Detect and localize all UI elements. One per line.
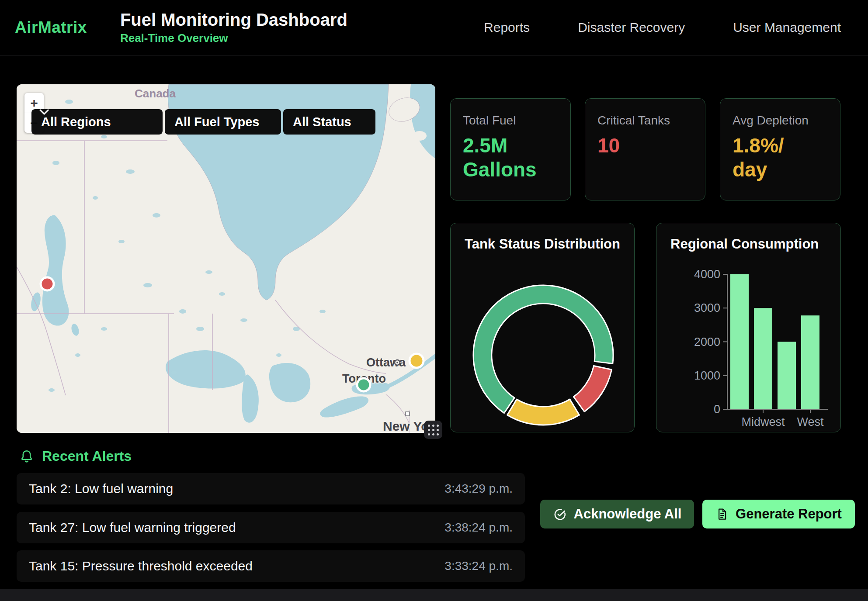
map-marker-normal[interactable] — [357, 378, 370, 391]
map-marker-critical[interactable] — [41, 277, 54, 290]
alert-row: Tank 2: Low fuel warning 3:43:29 p.m. — [17, 473, 525, 504]
alert-message: Tank 15: Pressure threshold exceeded — [29, 559, 253, 573]
fuel-monitoring-dashboard: AirMatrix Fuel Monitoring Dashboard Real… — [0, 0, 868, 601]
stat-value: 10 — [597, 134, 693, 158]
app-logo: AirMatrix — [15, 18, 87, 37]
alert-row: Tank 15: Pressure threshold exceeded 3:3… — [17, 550, 525, 582]
svg-text:Midwest: Midwest — [741, 415, 785, 428]
tank-status-chart-card: Tank Status Distribution — [450, 223, 635, 432]
nav-disaster-recovery[interactable]: Disaster Recovery — [578, 20, 685, 35]
map-panel: Canada Ottawa Toronto New York + − — [17, 84, 435, 433]
map-marker-warning[interactable] — [410, 354, 424, 368]
regions-dropdown-value: All Regions — [41, 115, 111, 129]
nav-reports[interactable]: Reports — [484, 20, 530, 35]
svg-text:0: 0 — [714, 403, 720, 416]
alert-message: Tank 27: Low fuel warning triggered — [29, 520, 236, 535]
page-title: Fuel Monitoring Dashboard — [120, 10, 347, 30]
nav-user-management[interactable]: User Management — [733, 20, 841, 35]
check-circle-icon — [553, 507, 567, 521]
map-label-canada: Canada — [135, 87, 176, 100]
status-dropdown[interactable]: All Status — [283, 109, 375, 135]
map-canvas[interactable]: Canada Ottawa Toronto New York + − — [17, 84, 435, 433]
header: AirMatrix Fuel Monitoring Dashboard Real… — [0, 0, 868, 55]
alerts-heading: Recent Alerts — [42, 448, 132, 464]
map-graphics: Canada Ottawa Toronto New York — [17, 84, 435, 433]
stat-value: 1.8%/day — [733, 134, 828, 182]
fuel-types-dropdown-value: All Fuel Types — [174, 115, 259, 129]
svg-text:West: West — [797, 415, 824, 428]
alert-timestamp: 3:38:24 p.m. — [444, 521, 513, 535]
stat-label: Avg Depletion — [733, 114, 828, 128]
stat-card-total-fuel: Total Fuel 2.5MGallons — [450, 98, 571, 200]
generate-report-label: Generate Report — [736, 506, 842, 522]
title-block: Fuel Monitoring Dashboard Real-Time Over… — [120, 10, 347, 45]
map-filters: All Regions All Fuel Types All Status — [31, 109, 375, 135]
alert-message: Tank 2: Low fuel warning — [29, 481, 173, 496]
acknowledge-all-label: Acknowledge All — [574, 506, 682, 522]
acknowledge-all-button[interactable]: Acknowledge All — [540, 500, 694, 528]
stat-value: 2.5MGallons — [463, 134, 558, 182]
svg-text:3000: 3000 — [694, 301, 720, 314]
stat-label: Total Fuel — [463, 114, 558, 128]
map-resize-handle[interactable] — [424, 421, 442, 439]
regions-dropdown[interactable]: All Regions — [31, 109, 163, 135]
svg-text:2000: 2000 — [694, 335, 720, 349]
fuel-types-dropdown[interactable]: All Fuel Types — [165, 109, 281, 135]
alert-timestamp: 3:33:24 p.m. — [444, 559, 513, 573]
chevron-down-icon — [39, 109, 49, 115]
page-subtitle: Real-Time Overview — [120, 31, 347, 45]
stat-label: Critical Tanks — [597, 114, 693, 128]
main-nav: Reports Disaster Recovery User Managemen… — [484, 20, 841, 35]
svg-text:4000: 4000 — [694, 268, 720, 281]
generate-report-button[interactable]: Generate Report — [702, 500, 855, 528]
status-dropdown-value: All Status — [293, 115, 351, 129]
regional-consumption-bar-chart: 01000200030004000MidwestWest — [656, 223, 841, 433]
bell-icon — [19, 449, 34, 464]
alert-timestamp: 3:43:29 p.m. — [444, 482, 513, 496]
tank-status-donut-chart — [451, 223, 635, 433]
document-icon — [715, 507, 729, 521]
stat-card-critical-tanks: Critical Tanks 10 — [585, 98, 705, 200]
svg-text:1000: 1000 — [694, 369, 720, 382]
regional-consumption-chart-card: Regional Consumption 01000200030004000Mi… — [656, 223, 841, 432]
bottom-bar — [0, 589, 868, 601]
stat-card-avg-depletion: Avg Depletion 1.8%/day — [720, 98, 840, 200]
alerts-header: Recent Alerts — [19, 448, 132, 464]
alert-row: Tank 27: Low fuel warning triggered 3:38… — [17, 512, 525, 543]
